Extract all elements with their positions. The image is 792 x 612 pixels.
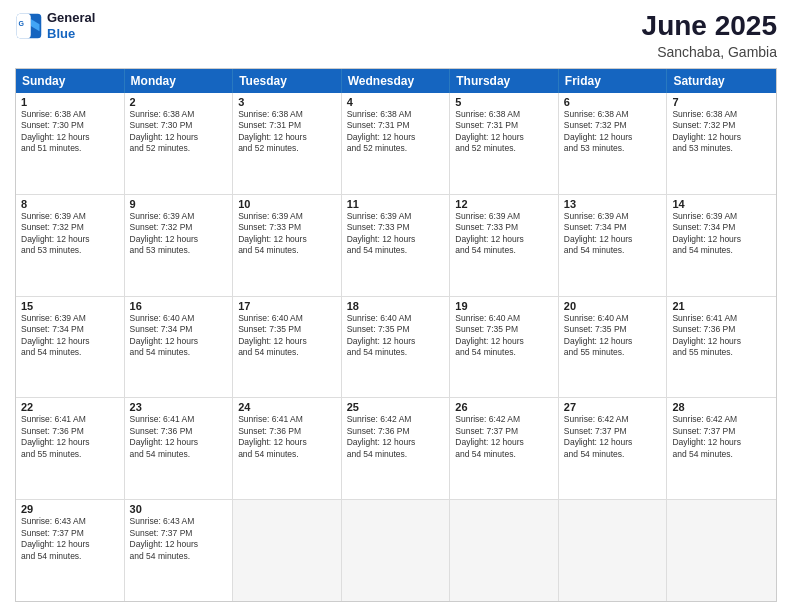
day-number: 14	[672, 198, 771, 210]
calendar-cell-4-6: 27Sunrise: 6:42 AM Sunset: 7:37 PM Dayli…	[559, 398, 668, 499]
calendar-cell-4-1: 22Sunrise: 6:41 AM Sunset: 7:36 PM Dayli…	[16, 398, 125, 499]
day-info: Sunrise: 6:38 AM Sunset: 7:31 PM Dayligh…	[455, 109, 553, 155]
day-number: 5	[455, 96, 553, 108]
logo: G General Blue	[15, 10, 95, 41]
day-number: 29	[21, 503, 119, 515]
day-info: Sunrise: 6:38 AM Sunset: 7:32 PM Dayligh…	[564, 109, 662, 155]
day-number: 27	[564, 401, 662, 413]
day-info: Sunrise: 6:43 AM Sunset: 7:37 PM Dayligh…	[21, 516, 119, 562]
svg-text:G: G	[19, 20, 25, 27]
day-info: Sunrise: 6:43 AM Sunset: 7:37 PM Dayligh…	[130, 516, 228, 562]
calendar-cell-3-7: 21Sunrise: 6:41 AM Sunset: 7:36 PM Dayli…	[667, 297, 776, 398]
calendar-page: G General Blue June 2025 Sanchaba, Gambi…	[0, 0, 792, 612]
header-saturday: Saturday	[667, 69, 776, 93]
calendar-cell-2-1: 8Sunrise: 6:39 AM Sunset: 7:32 PM Daylig…	[16, 195, 125, 296]
day-info: Sunrise: 6:38 AM Sunset: 7:30 PM Dayligh…	[21, 109, 119, 155]
day-number: 4	[347, 96, 445, 108]
calendar-cell-1-1: 1Sunrise: 6:38 AM Sunset: 7:30 PM Daylig…	[16, 93, 125, 194]
calendar-cell-5-1: 29Sunrise: 6:43 AM Sunset: 7:37 PM Dayli…	[16, 500, 125, 601]
day-number: 21	[672, 300, 771, 312]
day-number: 23	[130, 401, 228, 413]
calendar-cell-4-5: 26Sunrise: 6:42 AM Sunset: 7:37 PM Dayli…	[450, 398, 559, 499]
calendar-cell-4-7: 28Sunrise: 6:42 AM Sunset: 7:37 PM Dayli…	[667, 398, 776, 499]
day-number: 10	[238, 198, 336, 210]
title-block: June 2025 Sanchaba, Gambia	[642, 10, 777, 60]
calendar-cell-3-6: 20Sunrise: 6:40 AM Sunset: 7:35 PM Dayli…	[559, 297, 668, 398]
header-monday: Monday	[125, 69, 234, 93]
calendar-body: 1Sunrise: 6:38 AM Sunset: 7:30 PM Daylig…	[16, 93, 776, 601]
calendar-cell-1-6: 6Sunrise: 6:38 AM Sunset: 7:32 PM Daylig…	[559, 93, 668, 194]
day-info: Sunrise: 6:40 AM Sunset: 7:35 PM Dayligh…	[238, 313, 336, 359]
day-number: 19	[455, 300, 553, 312]
day-info: Sunrise: 6:38 AM Sunset: 7:31 PM Dayligh…	[238, 109, 336, 155]
calendar-cell-5-5	[450, 500, 559, 601]
calendar-cell-5-4	[342, 500, 451, 601]
calendar-cell-2-2: 9Sunrise: 6:39 AM Sunset: 7:32 PM Daylig…	[125, 195, 234, 296]
day-info: Sunrise: 6:39 AM Sunset: 7:33 PM Dayligh…	[455, 211, 553, 257]
calendar-row-1: 1Sunrise: 6:38 AM Sunset: 7:30 PM Daylig…	[16, 93, 776, 195]
day-info: Sunrise: 6:38 AM Sunset: 7:30 PM Dayligh…	[130, 109, 228, 155]
day-number: 22	[21, 401, 119, 413]
day-number: 30	[130, 503, 228, 515]
calendar-cell-1-7: 7Sunrise: 6:38 AM Sunset: 7:32 PM Daylig…	[667, 93, 776, 194]
header-tuesday: Tuesday	[233, 69, 342, 93]
logo-text: General Blue	[47, 10, 95, 41]
day-number: 6	[564, 96, 662, 108]
day-number: 15	[21, 300, 119, 312]
day-info: Sunrise: 6:40 AM Sunset: 7:35 PM Dayligh…	[564, 313, 662, 359]
calendar-cell-5-7	[667, 500, 776, 601]
day-number: 1	[21, 96, 119, 108]
page-header: G General Blue June 2025 Sanchaba, Gambi…	[15, 10, 777, 60]
calendar-row-2: 8Sunrise: 6:39 AM Sunset: 7:32 PM Daylig…	[16, 195, 776, 297]
header-sunday: Sunday	[16, 69, 125, 93]
day-info: Sunrise: 6:42 AM Sunset: 7:37 PM Dayligh…	[672, 414, 771, 460]
calendar-cell-4-2: 23Sunrise: 6:41 AM Sunset: 7:36 PM Dayli…	[125, 398, 234, 499]
calendar-cell-5-3	[233, 500, 342, 601]
day-info: Sunrise: 6:39 AM Sunset: 7:33 PM Dayligh…	[347, 211, 445, 257]
calendar-cell-2-7: 14Sunrise: 6:39 AM Sunset: 7:34 PM Dayli…	[667, 195, 776, 296]
day-number: 24	[238, 401, 336, 413]
calendar-cell-2-6: 13Sunrise: 6:39 AM Sunset: 7:34 PM Dayli…	[559, 195, 668, 296]
calendar-cell-1-2: 2Sunrise: 6:38 AM Sunset: 7:30 PM Daylig…	[125, 93, 234, 194]
calendar-cell-2-4: 11Sunrise: 6:39 AM Sunset: 7:33 PM Dayli…	[342, 195, 451, 296]
calendar-cell-5-6	[559, 500, 668, 601]
day-info: Sunrise: 6:42 AM Sunset: 7:36 PM Dayligh…	[347, 414, 445, 460]
day-info: Sunrise: 6:39 AM Sunset: 7:32 PM Dayligh…	[130, 211, 228, 257]
day-info: Sunrise: 6:42 AM Sunset: 7:37 PM Dayligh…	[455, 414, 553, 460]
day-number: 11	[347, 198, 445, 210]
calendar-cell-3-3: 17Sunrise: 6:40 AM Sunset: 7:35 PM Dayli…	[233, 297, 342, 398]
calendar-cell-1-5: 5Sunrise: 6:38 AM Sunset: 7:31 PM Daylig…	[450, 93, 559, 194]
location: Sanchaba, Gambia	[642, 44, 777, 60]
day-info: Sunrise: 6:41 AM Sunset: 7:36 PM Dayligh…	[130, 414, 228, 460]
calendar-cell-1-3: 3Sunrise: 6:38 AM Sunset: 7:31 PM Daylig…	[233, 93, 342, 194]
day-number: 17	[238, 300, 336, 312]
day-number: 28	[672, 401, 771, 413]
calendar-row-3: 15Sunrise: 6:39 AM Sunset: 7:34 PM Dayli…	[16, 297, 776, 399]
header-thursday: Thursday	[450, 69, 559, 93]
calendar-cell-2-5: 12Sunrise: 6:39 AM Sunset: 7:33 PM Dayli…	[450, 195, 559, 296]
day-number: 9	[130, 198, 228, 210]
day-info: Sunrise: 6:41 AM Sunset: 7:36 PM Dayligh…	[21, 414, 119, 460]
day-number: 8	[21, 198, 119, 210]
day-number: 3	[238, 96, 336, 108]
day-info: Sunrise: 6:39 AM Sunset: 7:34 PM Dayligh…	[564, 211, 662, 257]
day-number: 7	[672, 96, 771, 108]
calendar-cell-1-4: 4Sunrise: 6:38 AM Sunset: 7:31 PM Daylig…	[342, 93, 451, 194]
day-info: Sunrise: 6:40 AM Sunset: 7:35 PM Dayligh…	[347, 313, 445, 359]
calendar-cell-3-2: 16Sunrise: 6:40 AM Sunset: 7:34 PM Dayli…	[125, 297, 234, 398]
day-number: 25	[347, 401, 445, 413]
day-info: Sunrise: 6:39 AM Sunset: 7:32 PM Dayligh…	[21, 211, 119, 257]
day-number: 18	[347, 300, 445, 312]
day-info: Sunrise: 6:41 AM Sunset: 7:36 PM Dayligh…	[238, 414, 336, 460]
day-number: 26	[455, 401, 553, 413]
day-number: 12	[455, 198, 553, 210]
calendar-cell-4-3: 24Sunrise: 6:41 AM Sunset: 7:36 PM Dayli…	[233, 398, 342, 499]
day-info: Sunrise: 6:39 AM Sunset: 7:34 PM Dayligh…	[672, 211, 771, 257]
header-wednesday: Wednesday	[342, 69, 451, 93]
calendar-cell-4-4: 25Sunrise: 6:42 AM Sunset: 7:36 PM Dayli…	[342, 398, 451, 499]
calendar-header: Sunday Monday Tuesday Wednesday Thursday…	[16, 69, 776, 93]
header-friday: Friday	[559, 69, 668, 93]
day-info: Sunrise: 6:40 AM Sunset: 7:34 PM Dayligh…	[130, 313, 228, 359]
day-info: Sunrise: 6:42 AM Sunset: 7:37 PM Dayligh…	[564, 414, 662, 460]
day-info: Sunrise: 6:40 AM Sunset: 7:35 PM Dayligh…	[455, 313, 553, 359]
